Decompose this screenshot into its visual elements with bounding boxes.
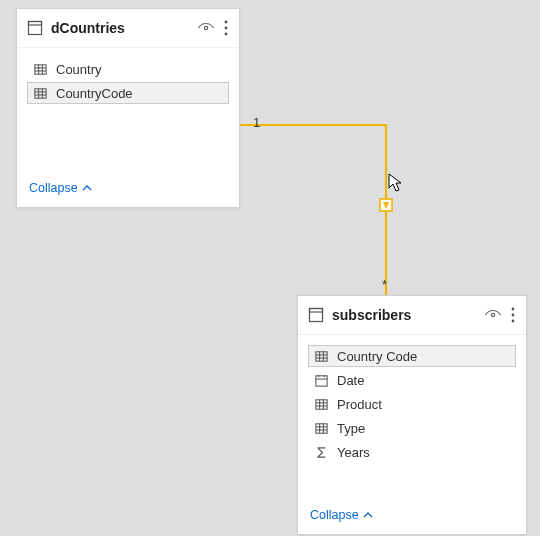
visibility-toggle-icon[interactable] xyxy=(195,17,217,39)
column-icon xyxy=(32,61,48,77)
svg-point-19 xyxy=(491,313,494,316)
table-header: dCountries xyxy=(17,9,239,48)
svg-rect-12 xyxy=(34,88,45,97)
field-row[interactable]: Years xyxy=(308,441,516,463)
svg-rect-1 xyxy=(29,22,42,35)
table-card-dCountries[interactable]: dCountries CountryCountryCode Collapse xyxy=(16,8,240,208)
field-label: Type xyxy=(337,421,365,436)
visibility-toggle-icon[interactable] xyxy=(482,304,504,326)
cardinality-one-label: 1 xyxy=(253,115,260,130)
table-card-subscribers[interactable]: subscribers Country CodeDateProductTypeY… xyxy=(297,295,527,535)
chevron-up-icon xyxy=(363,511,373,519)
svg-rect-18 xyxy=(310,309,323,313)
svg-point-5 xyxy=(225,27,228,30)
field-row[interactable]: Type xyxy=(308,417,516,439)
svg-rect-23 xyxy=(315,351,326,360)
sigma-icon xyxy=(313,444,329,460)
collapse-link[interactable]: Collapse xyxy=(310,508,373,522)
field-label: Product xyxy=(337,397,382,412)
field-label: Country Code xyxy=(337,349,417,364)
field-row[interactable]: Country xyxy=(27,58,229,80)
field-label: Country xyxy=(56,62,102,77)
svg-point-4 xyxy=(225,21,228,24)
svg-rect-0 xyxy=(380,199,392,211)
field-label: Years xyxy=(337,445,370,460)
svg-rect-7 xyxy=(34,64,45,73)
field-label: Date xyxy=(337,373,364,388)
column-icon xyxy=(313,348,329,364)
svg-point-3 xyxy=(204,26,207,29)
svg-point-21 xyxy=(512,314,515,317)
svg-rect-37 xyxy=(315,423,326,432)
table-header: subscribers xyxy=(298,296,526,335)
cardinality-many-label: * xyxy=(382,277,387,292)
svg-rect-2 xyxy=(29,22,42,26)
mouse-cursor-icon xyxy=(388,173,404,193)
field-row[interactable]: CountryCode xyxy=(27,82,229,104)
column-icon xyxy=(313,420,329,436)
column-icon xyxy=(32,85,48,101)
field-row[interactable]: Product xyxy=(308,393,516,415)
collapse-label: Collapse xyxy=(29,181,78,195)
field-row[interactable]: Date xyxy=(308,369,516,391)
column-icon xyxy=(313,396,329,412)
field-row[interactable]: Country Code xyxy=(308,345,516,367)
more-options-icon[interactable] xyxy=(219,17,233,39)
chevron-up-icon xyxy=(82,184,92,192)
svg-rect-32 xyxy=(315,399,326,408)
table-title: subscribers xyxy=(332,307,482,323)
table-icon xyxy=(27,20,43,36)
table-icon xyxy=(308,307,324,323)
svg-rect-28 xyxy=(315,375,326,385)
svg-point-6 xyxy=(225,33,228,36)
svg-point-20 xyxy=(512,308,515,311)
svg-point-22 xyxy=(512,320,515,323)
table-title: dCountries xyxy=(51,20,195,36)
more-options-icon[interactable] xyxy=(506,304,520,326)
collapse-link[interactable]: Collapse xyxy=(29,181,92,195)
calendar-icon xyxy=(313,372,329,388)
field-label: CountryCode xyxy=(56,86,133,101)
svg-rect-17 xyxy=(310,309,323,322)
collapse-label: Collapse xyxy=(310,508,359,522)
